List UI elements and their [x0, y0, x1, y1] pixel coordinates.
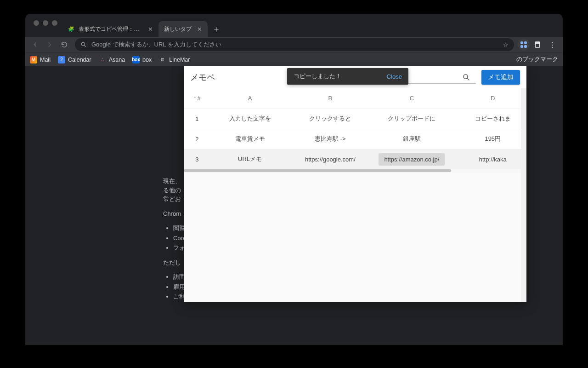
- popup-header: メモペ コピーしました！ Close メモ追加: [184, 66, 526, 88]
- gmail-icon: M: [30, 56, 37, 63]
- search-input[interactable]: [407, 74, 462, 80]
- tabstrip: 🧩 表形式でコピペ管理：メモペ - ア ✕ 新しいタブ ✕ ＋: [25, 20, 563, 37]
- cell[interactable]: クリップボードに: [371, 109, 452, 129]
- col-header-c[interactable]: C: [371, 88, 452, 109]
- bookmark-label: box: [142, 57, 152, 63]
- bookmarks-bar: MMail 2Calendar ∴Asana boxbox 🗎LineMar の…: [25, 52, 563, 66]
- reload-button[interactable]: [57, 38, 71, 52]
- bookmark-label: LineMar: [169, 57, 190, 63]
- traffic-close[interactable]: [34, 20, 39, 26]
- horizontal-scrollbar[interactable]: [184, 169, 526, 173]
- svg-point-3: [464, 75, 468, 79]
- copied-cell-chip: https://amazon.co.jp/: [379, 153, 445, 166]
- asana-icon: ∴: [99, 56, 106, 63]
- table-header-row: ↑# A B C D: [184, 88, 526, 109]
- extension-button[interactable]: [518, 39, 530, 51]
- titlebar: [25, 14, 563, 20]
- table-row: 2 電車賃メモ 恵比寿駅 -> 銀座駅 195円: [184, 129, 526, 149]
- bookmark-lineman[interactable]: 🗎LineMar: [159, 56, 190, 63]
- col-header-index[interactable]: ↑#: [184, 88, 210, 109]
- svg-point-0: [81, 42, 85, 46]
- search-field[interactable]: [407, 71, 476, 84]
- tab-title: 新しいタブ: [164, 25, 192, 33]
- traffic-minimize[interactable]: [43, 20, 48, 26]
- toast-close-button[interactable]: Close: [387, 73, 402, 80]
- bookmark-box[interactable]: boxbox: [132, 56, 152, 63]
- toast-snackbar: コピーしました！ Close: [287, 68, 408, 85]
- kebab-menu-icon[interactable]: ⋮: [545, 38, 559, 52]
- col-header-d[interactable]: D: [453, 88, 526, 109]
- sort-up-icon: ↑: [193, 94, 197, 101]
- cell[interactable]: 195円: [453, 129, 526, 149]
- favicon-memope: 🧩: [68, 25, 75, 33]
- toolbar: Google で検索するか、URL を入力してください ☆ ⋮: [25, 37, 563, 52]
- window-traffic-lights: [34, 20, 57, 26]
- omnibox[interactable]: Google で検索するか、URL を入力してください ☆: [75, 38, 514, 51]
- other-bookmarks[interactable]: のブックマーク: [516, 56, 558, 63]
- search-icon: [80, 41, 87, 48]
- col-header-b[interactable]: B: [289, 88, 371, 109]
- forward-button[interactable]: [43, 38, 57, 52]
- col-header-a[interactable]: A: [210, 88, 290, 109]
- search-icon: [462, 73, 470, 81]
- cell[interactable]: 入力した文字を: [210, 109, 290, 129]
- extension-popup: メモペ コピーしました！ Close メモ追加 ↑#: [184, 66, 526, 302]
- cell[interactable]: http://kaka: [453, 149, 526, 169]
- row-index: 2: [184, 129, 210, 149]
- table-row: 3 URLメモ https://google.com/ https://amaz…: [184, 149, 526, 169]
- page-content: 現在、る他の常どお Chrom 閲覧 Coo フォ ただし 訪問 雇用 ご利 メ…: [25, 66, 563, 345]
- popup-title: メモペ: [190, 72, 215, 83]
- vertical-scrollbar[interactable]: [521, 88, 526, 302]
- tab-1[interactable]: 新しいタブ ✕: [158, 21, 208, 37]
- table-row: 1 入力した文字を クリックすると クリップボードに コピーされま: [184, 109, 526, 129]
- bookmark-star-icon[interactable]: ☆: [503, 41, 509, 48]
- row-index: 3: [184, 149, 210, 169]
- back-button[interactable]: [28, 38, 42, 52]
- toast-message: コピーしました！: [294, 72, 387, 80]
- calendar-icon: 2: [58, 56, 65, 63]
- svg-rect-2: [535, 42, 539, 44]
- cell[interactable]: クリックすると: [289, 109, 371, 129]
- cell[interactable]: 電車賃メモ: [210, 129, 290, 149]
- bookmark-mail[interactable]: MMail: [30, 56, 51, 63]
- close-icon[interactable]: ✕: [148, 26, 153, 33]
- bookmark-label: Asana: [109, 57, 125, 63]
- cell[interactable]: 銀座駅: [371, 129, 452, 149]
- cell[interactable]: 恵比寿駅 ->: [289, 129, 371, 149]
- cell[interactable]: https://google.com/: [289, 149, 371, 169]
- cell-highlighted[interactable]: https://amazon.co.jp/: [371, 149, 452, 169]
- cell[interactable]: URLメモ: [210, 149, 290, 169]
- doc-icon: 🗎: [159, 56, 166, 63]
- row-index: 1: [184, 109, 210, 129]
- close-icon[interactable]: ✕: [197, 26, 202, 33]
- cell[interactable]: コピーされま: [453, 109, 526, 129]
- bookmark-label: Calendar: [68, 57, 91, 63]
- box-icon: box: [132, 56, 140, 63]
- bookmark-calendar[interactable]: 2Calendar: [58, 56, 91, 63]
- traffic-zoom[interactable]: [52, 20, 57, 26]
- new-tab-button[interactable]: ＋: [208, 21, 225, 37]
- scroll-thumb[interactable]: [184, 169, 451, 172]
- add-memo-button[interactable]: メモ追加: [481, 70, 520, 85]
- omnibox-placeholder: Google で検索するか、URL を入力してください: [91, 40, 221, 49]
- bookmark-asana[interactable]: ∴Asana: [99, 56, 125, 63]
- bookmark-label: Mail: [40, 57, 51, 63]
- memo-table: ↑# A B C D 1 入力した文字を クリックすると クリップボードに: [184, 88, 526, 169]
- table-container: ↑# A B C D 1 入力した文字を クリックすると クリップボードに: [184, 88, 526, 302]
- tab-0[interactable]: 🧩 表形式でコピペ管理：メモペ - ア ✕: [62, 21, 158, 37]
- account-icon[interactable]: [531, 38, 544, 52]
- browser-window: 🧩 表形式でコピペ管理：メモペ - ア ✕ 新しいタブ ✕ ＋ Google で…: [25, 14, 563, 345]
- tab-title: 表形式でコピペ管理：メモペ - ア: [79, 25, 142, 33]
